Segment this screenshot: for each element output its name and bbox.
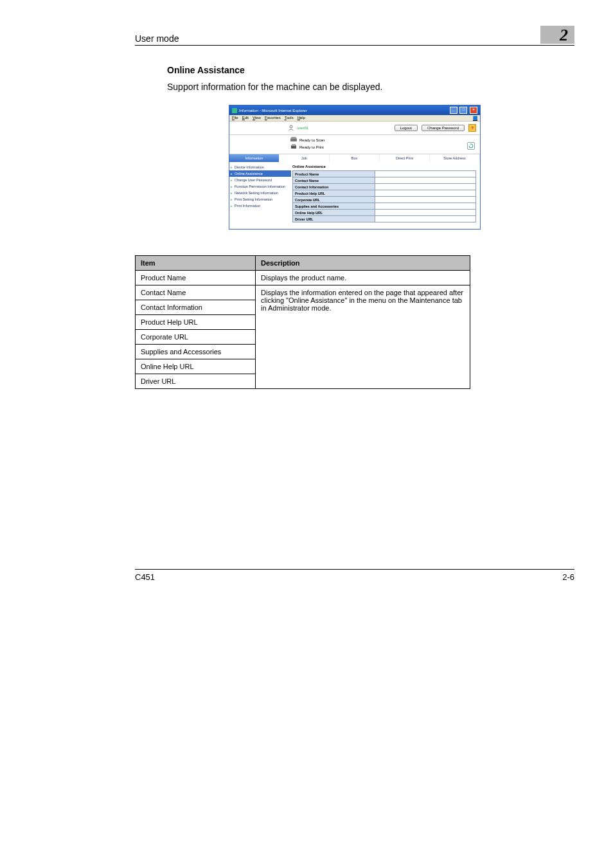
item-corporate-url: Corporate URL: [136, 330, 256, 345]
row-product-name-value: [375, 171, 476, 177]
item-driver-url: Driver URL: [136, 374, 256, 389]
row-contact-name: Contact Name: [293, 177, 375, 184]
sidebar: Device Information Online Assistance Cha…: [229, 162, 291, 229]
screenshot-browser: Information - Microsoft Internet Explore…: [229, 105, 481, 230]
th-item: Item: [136, 256, 256, 271]
item-product-help-url: Product Help URL: [136, 315, 256, 330]
row-driver-url-value: [375, 216, 476, 222]
sidebar-item-network-setting[interactable]: Network Setting Information: [229, 190, 291, 196]
row-product-help-url-value: [375, 190, 476, 197]
svg-rect-2: [291, 137, 296, 139]
chapter-number: 2: [540, 26, 574, 44]
tab-job[interactable]: Job: [280, 154, 330, 162]
row-contact-name-value: [375, 177, 476, 184]
sidebar-item-change-user-password[interactable]: Change User Password: [229, 177, 291, 183]
user-icon: [288, 125, 294, 132]
tab-box[interactable]: Box: [330, 154, 380, 162]
status-scan: Ready to Scan: [299, 138, 324, 142]
row-corporate-url-value: [375, 197, 476, 203]
sidebar-item-print-information[interactable]: Print Information: [229, 203, 291, 209]
status-print: Ready to Print: [299, 145, 324, 149]
online-assistance-table: Product Name Contact Name Contact Inform…: [292, 170, 476, 222]
tab-store-address[interactable]: Store Address: [430, 154, 480, 162]
description-table: Item Description Product Name Displays t…: [135, 255, 470, 389]
printer-icon: [290, 144, 297, 150]
maximize-icon[interactable]: □: [459, 107, 467, 114]
desc-product-name: Displays the product name.: [256, 271, 470, 285]
sidebar-item-print-setting[interactable]: Print Setting Information: [229, 196, 291, 203]
row-driver-url: Driver URL: [293, 216, 375, 222]
item-supplies-accessories: Supplies and Accessories: [136, 345, 256, 359]
menu-favorites[interactable]: Favorites: [265, 116, 281, 120]
row-contact-information-value: [375, 184, 476, 190]
tab-information[interactable]: Information: [229, 154, 280, 162]
menubar: File Edit View Favorites Tools Help 🟦: [229, 115, 480, 122]
svg-point-5: [295, 146, 296, 147]
row-online-help-url-value: [375, 210, 476, 216]
section-body: Support information for the machine can …: [167, 82, 574, 92]
sidebar-item-online-assistance[interactable]: Online Assistance: [229, 170, 291, 177]
user-name: user01: [297, 126, 308, 130]
menu-view[interactable]: View: [253, 116, 261, 120]
ie-icon: [232, 108, 237, 113]
change-password-button[interactable]: Change Password: [422, 125, 465, 131]
th-description: Description: [256, 256, 470, 271]
footer-page: 2-6: [562, 572, 574, 582]
window-titlebar: Information - Microsoft Internet Explore…: [229, 105, 480, 115]
row-product-help-url: Product Help URL: [293, 190, 375, 197]
desc-remaining: Displays the information entered on the …: [256, 285, 470, 389]
header-section: User mode: [135, 33, 540, 44]
help-icon[interactable]: ?: [468, 124, 476, 132]
row-supplies-accessories: Supplies and Accessories: [293, 203, 375, 210]
scanner-icon: [290, 137, 297, 143]
row-corporate-url: Corporate URL: [293, 197, 375, 203]
footer-model: C451: [135, 572, 562, 582]
tab-strip: Information Job Box Direct Print Store A…: [229, 154, 480, 162]
item-online-help-url: Online Help URL: [136, 359, 256, 374]
pane-title: Online Assistance: [292, 165, 476, 168]
row-contact-information: Contact Information: [293, 184, 375, 190]
menu-file[interactable]: File: [232, 116, 238, 120]
row-product-name: Product Name: [293, 171, 375, 177]
minimize-icon[interactable]: _: [450, 107, 458, 114]
ie-flag-icon: 🟦: [473, 116, 477, 120]
tab-direct-print[interactable]: Direct Print: [380, 154, 430, 162]
section-heading: Online Assistance: [167, 65, 574, 75]
window-buttons: _ □ ×: [449, 107, 477, 114]
menu-tools[interactable]: Tools: [285, 116, 294, 120]
svg-rect-4: [292, 144, 296, 146]
row-online-help-url: Online Help URL: [293, 210, 375, 216]
item-contact-information: Contact Information: [136, 300, 256, 315]
sidebar-item-function-permission[interactable]: Function Permission Information: [229, 183, 291, 190]
svg-point-0: [290, 125, 292, 128]
item-contact-name: Contact Name: [136, 285, 256, 300]
item-product-name: Product Name: [136, 271, 256, 285]
refresh-icon[interactable]: [467, 142, 475, 150]
menu-help[interactable]: Help: [298, 116, 305, 120]
window-title: Information - Microsoft Internet Explore…: [239, 109, 307, 113]
menu-edit[interactable]: Edit: [242, 116, 249, 120]
row-supplies-accessories-value: [375, 203, 476, 210]
sidebar-item-device-information[interactable]: Device Information: [229, 164, 291, 170]
logout-button[interactable]: Logout: [395, 125, 418, 131]
close-icon[interactable]: ×: [470, 107, 477, 114]
